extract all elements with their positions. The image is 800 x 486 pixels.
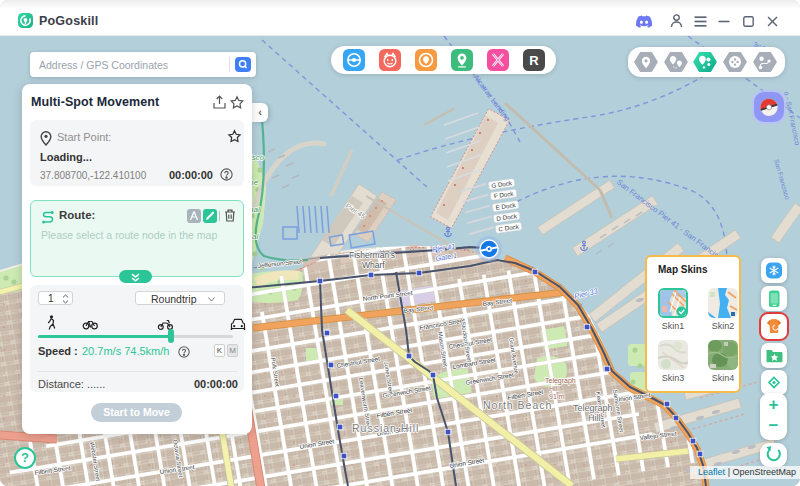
svg-text:Fisherman's: Fisherman's	[349, 250, 395, 260]
svg-text:Telegraph: Telegraph	[573, 403, 613, 413]
svg-text:Telegraph: Telegraph	[545, 377, 576, 385]
svg-text:Hill: Hill	[588, 413, 601, 423]
svg-text:Russian Hill: Russian Hill	[352, 422, 419, 434]
svg-text:R: R	[529, 53, 539, 68]
svg-text:Wharf: Wharf	[362, 260, 385, 270]
svg-text:91 m: 91 m	[549, 393, 565, 400]
svg-text:Hill: Hill	[549, 385, 559, 392]
svg-text:North Beach: North Beach	[483, 399, 552, 411]
